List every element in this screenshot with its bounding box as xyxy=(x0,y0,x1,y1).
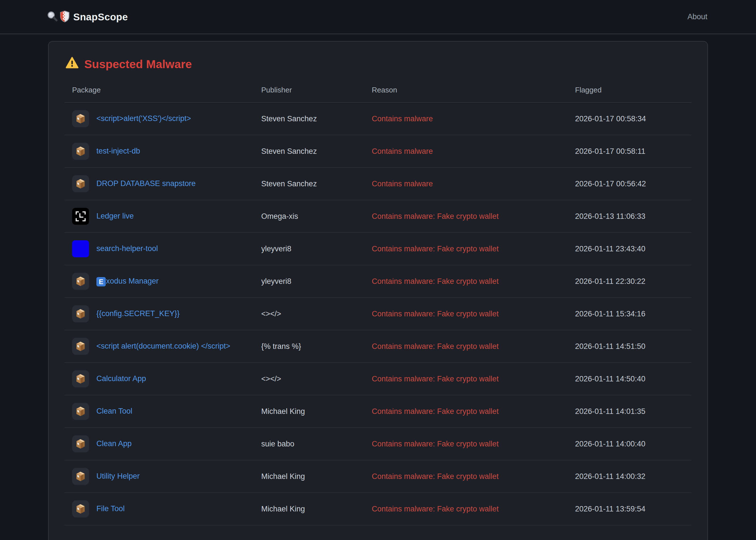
main-content: Suspected Malware Package Publisher Reas… xyxy=(0,41,756,540)
package-icon xyxy=(72,370,89,387)
package-icon xyxy=(72,338,89,355)
reason-cell: Contains malware: Fake crypto wallet xyxy=(364,428,567,460)
publisher-cell: yleyveri8 xyxy=(254,265,364,298)
package-link[interactable]: Ledger live xyxy=(96,210,134,222)
table-row: search-helper-tool yleyveri8 Contains ma… xyxy=(64,233,692,265)
reason-cell: Contains malware: Fake crypto wallet xyxy=(364,265,567,298)
flagged-cell: 2026-01-11 23:43:40 xyxy=(567,233,692,265)
table-row: Exodus Manager yleyveri8 Contains malwar… xyxy=(64,265,692,298)
brand-title: SnapScope xyxy=(73,11,128,23)
search-icon xyxy=(47,11,58,23)
package-link[interactable]: File Tool xyxy=(96,503,125,515)
package-icon xyxy=(72,273,89,290)
letter-e-badge-icon: E xyxy=(96,277,106,286)
package-icon xyxy=(72,468,89,485)
nav-about-link[interactable]: About xyxy=(687,12,707,21)
table-row: <script alert(document.cookie) </script>… xyxy=(64,330,692,363)
package-link[interactable]: DROP DATABASE snapstore xyxy=(96,178,195,190)
panel-title: Suspected Malware xyxy=(65,57,692,71)
suspected-malware-panel: Suspected Malware Package Publisher Reas… xyxy=(48,41,708,540)
package-link[interactable]: <script>alert('XSS')</script> xyxy=(96,113,191,125)
table-row: DROP DATABASE snapstore Steven Sanchez C… xyxy=(64,168,692,200)
reason-cell: Contains malware xyxy=(364,168,567,200)
publisher-cell: {% trans %} xyxy=(254,330,364,363)
publisher-cell: Steven Sanchez xyxy=(254,103,364,135)
top-nav-bar: SnapScope About xyxy=(0,0,756,34)
top-nav-links: About xyxy=(687,12,707,21)
flagged-cell: 2026-01-17 00:58:34 xyxy=(567,103,692,135)
package-link[interactable]: Exodus Manager xyxy=(96,275,159,287)
publisher-cell: yleyveri8 xyxy=(254,233,364,265)
publisher-cell: Omega-xis xyxy=(254,200,364,233)
package-link[interactable]: Utility Helper xyxy=(96,471,140,482)
column-header-flagged: Flagged xyxy=(567,86,692,103)
reason-cell: Contains malware: Fake crypto wallet xyxy=(364,330,567,363)
package-icon xyxy=(72,110,89,127)
publisher-cell: Steven Sanchez xyxy=(254,168,364,200)
flagged-cell: 2026-01-17 00:58:11 xyxy=(567,135,692,168)
package-icon xyxy=(72,435,89,452)
column-header-reason: Reason xyxy=(364,86,567,103)
flagged-cell: 2026-01-11 13:59:54 xyxy=(567,493,692,525)
malware-table: Package Publisher Reason Flagged <script… xyxy=(64,86,692,525)
table-row: Calculator App <></> Contains malware: F… xyxy=(64,363,692,395)
package-link[interactable]: Clean Tool xyxy=(96,405,132,417)
package-icon xyxy=(72,143,89,160)
table-row: <script>alert('XSS')</script> Steven San… xyxy=(64,103,692,135)
flagged-cell: 2026-01-11 15:34:16 xyxy=(567,298,692,330)
flagged-cell: 2026-01-11 14:50:40 xyxy=(567,363,692,395)
publisher-cell: suie babo xyxy=(254,428,364,460)
warning-icon xyxy=(65,57,78,71)
publisher-cell: Michael King xyxy=(254,460,364,493)
publisher-cell: Steven Sanchez xyxy=(254,135,364,168)
package-link[interactable]: <script alert(document.cookie) </script> xyxy=(96,340,230,352)
table-row: Clean Tool Michael King Contains malware… xyxy=(64,395,692,428)
reason-cell: Contains malware: Fake crypto wallet xyxy=(364,298,567,330)
table-row: Clean App suie babo Contains malware: Fa… xyxy=(64,428,692,460)
flagged-cell: 2026-01-11 14:00:32 xyxy=(567,460,692,493)
package-icon xyxy=(72,500,89,517)
flagged-cell: 2026-01-17 00:56:42 xyxy=(567,168,692,200)
column-header-package: Package xyxy=(64,86,254,103)
reason-cell: Contains malware: Fake crypto wallet xyxy=(364,363,567,395)
flagged-cell: 2026-01-13 11:06:33 xyxy=(567,200,692,233)
table-header-row: Package Publisher Reason Flagged xyxy=(64,86,692,103)
table-row: Ledger live Omega-xis Contains malware: … xyxy=(64,200,692,233)
publisher-cell: <></> xyxy=(254,298,364,330)
blue-square-icon xyxy=(72,240,89,257)
reason-cell: Contains malware xyxy=(364,135,567,168)
package-icon xyxy=(72,305,89,322)
column-header-publisher: Publisher xyxy=(254,86,364,103)
table-row: test-inject-db Steven Sanchez Contains m… xyxy=(64,135,692,168)
package-icon xyxy=(72,175,89,192)
publisher-cell: <></> xyxy=(254,363,364,395)
reason-cell: Contains malware: Fake crypto wallet xyxy=(364,493,567,525)
package-link[interactable]: search-helper-tool xyxy=(96,243,158,255)
package-link[interactable]: {{config.SECRET_KEY}} xyxy=(96,308,180,320)
reason-cell: Contains malware xyxy=(364,103,567,135)
reason-cell: Contains malware: Fake crypto wallet xyxy=(364,460,567,493)
reason-cell: Contains malware: Fake crypto wallet xyxy=(364,200,567,233)
flagged-cell: 2026-01-11 22:30:22 xyxy=(567,265,692,298)
package-link[interactable]: Clean App xyxy=(96,438,132,450)
brand-icons xyxy=(47,10,70,24)
reason-cell: Contains malware: Fake crypto wallet xyxy=(364,395,567,428)
package-link[interactable]: Calculator App xyxy=(96,373,146,385)
table-row: File Tool Michael King Contains malware:… xyxy=(64,493,692,525)
table-row: Utility Helper Michael King Contains mal… xyxy=(64,460,692,493)
publisher-cell: Michael King xyxy=(254,493,364,525)
reason-cell: Contains malware: Fake crypto wallet xyxy=(364,233,567,265)
flagged-cell: 2026-01-11 14:00:40 xyxy=(567,428,692,460)
panel-title-text: Suspected Malware xyxy=(84,58,192,71)
flagged-cell: 2026-01-11 14:01:35 xyxy=(567,395,692,428)
brand-logo[interactable]: SnapScope xyxy=(47,10,128,24)
table-row: {{config.SECRET_KEY}} <></> Contains mal… xyxy=(64,298,692,330)
ledger-icon xyxy=(72,208,89,225)
flagged-cell: 2026-01-11 14:51:50 xyxy=(567,330,692,363)
shield-icon xyxy=(60,10,70,24)
package-link[interactable]: test-inject-db xyxy=(96,145,140,157)
package-icon xyxy=(72,403,89,420)
publisher-cell: Michael King xyxy=(254,395,364,428)
